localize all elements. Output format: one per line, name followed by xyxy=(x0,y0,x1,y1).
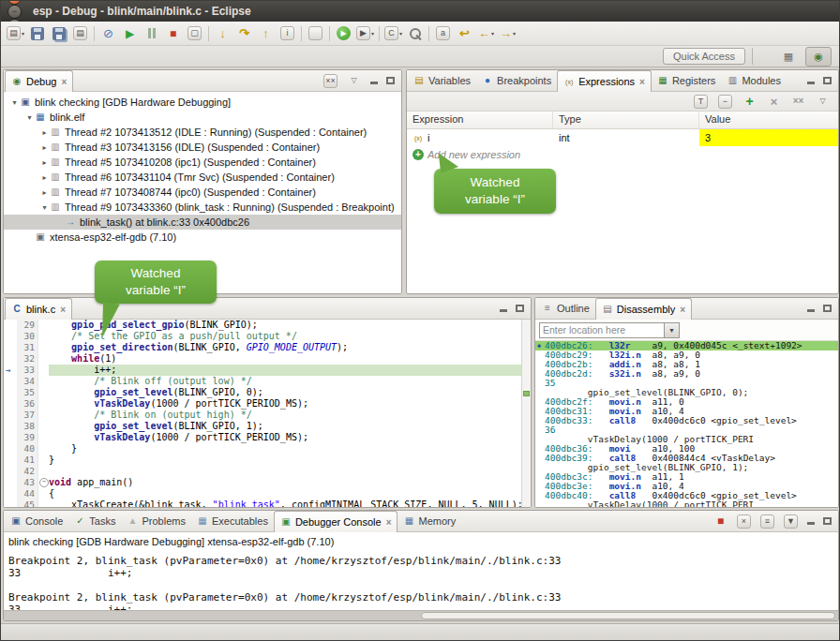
view-menu-icon[interactable]: ▽ xyxy=(812,93,833,110)
console-tab-console[interactable]: ▣Console xyxy=(5,511,68,531)
annotation-ruler[interactable] xyxy=(4,466,17,477)
add-expression-icon[interactable]: + xyxy=(739,93,760,110)
skip-all-breakpoints-icon[interactable]: ⊘ xyxy=(98,22,119,45)
fold-ruler[interactable] xyxy=(38,398,49,410)
debug-tree-row-2[interactable]: ▾▦blink.elf xyxy=(4,110,401,125)
annotation-ruler[interactable] xyxy=(4,421,17,432)
remove-all-terminated-icon[interactable]: ×× xyxy=(320,69,341,92)
close-icon[interactable]: × xyxy=(61,77,67,87)
fold-ruler[interactable] xyxy=(38,499,49,507)
expression-row[interactable]: (x)iint3 xyxy=(407,129,838,146)
fold-ruler[interactable] xyxy=(38,331,49,342)
code-line-32[interactable]: 32 while(1) xyxy=(4,353,531,365)
close-icon[interactable]: × xyxy=(60,305,66,315)
disassembly-row-9[interactable]: 400dbc33: call8 0x400dc6c0 <gpio_set_lev… xyxy=(535,416,838,425)
debug-tree-row-9[interactable]: →blink_task() at blink.c:33 0x400dbc26 xyxy=(4,215,401,230)
code-line-29[interactable]: 29 gpio_pad_select_gpio(BLINK_GPIO); xyxy=(4,320,531,331)
resume-icon[interactable]: ▶ xyxy=(119,22,141,45)
disassembly-row-18[interactable]: vTaskDelay(1000 / portTICK_PERI xyxy=(535,500,838,507)
disassembly-body[interactable]: ◆400dbc26: l32r a9, 0x400d045c <_stext+1… xyxy=(535,341,838,507)
console-tab-tasks[interactable]: ✓Tasks xyxy=(68,511,121,531)
location-combo[interactable]: Enter location here ▼ xyxy=(539,322,680,338)
annotation-ruler[interactable] xyxy=(4,331,17,342)
code-line-39[interactable]: 39 vTaskDelay(1000 / portTICK_PERIOD_MS)… xyxy=(4,432,531,443)
expander-icon[interactable]: ▾ xyxy=(39,203,50,212)
debug-tree-row-3[interactable]: ▸▥Thread #2 1073413512 (IDLE : Running) … xyxy=(4,125,401,140)
minimize-panel-button[interactable] xyxy=(803,302,818,316)
fold-ruler[interactable] xyxy=(38,410,49,421)
overview-ruler[interactable] xyxy=(521,320,531,507)
toggle-mark-occurrences-icon[interactable]: a xyxy=(432,22,454,45)
step-into-icon[interactable]: ↓ xyxy=(212,22,233,45)
close-icon[interactable]: × xyxy=(386,517,392,528)
debug-tree-row-10[interactable]: ▣xtensa-esp32-elf-gdb (7.10) xyxy=(4,230,401,245)
search-icon[interactable] xyxy=(404,22,426,45)
debug-tree-row-7[interactable]: ▸▥Thread #7 1073408744 (ipc0) (Suspended… xyxy=(4,185,401,200)
open-perspective-button[interactable]: ▦ xyxy=(775,47,802,67)
save-icon[interactable] xyxy=(26,22,48,45)
code-line-43[interactable]: 43−void app_main() xyxy=(4,477,531,488)
save-all-icon[interactable] xyxy=(48,22,69,45)
column-header-type[interactable]: Type xyxy=(553,112,699,128)
expander-icon[interactable]: ▸ xyxy=(39,128,50,137)
code-line-30[interactable]: 30 /* Set the GPIO as a push/pull output… xyxy=(4,331,531,342)
quick-access-button[interactable]: Quick Access xyxy=(663,48,745,65)
annotation-ruler[interactable] xyxy=(4,455,17,466)
pin-console-icon[interactable]: ▼ xyxy=(780,510,802,532)
debug-perspective-button[interactable]: ◉ xyxy=(805,47,832,67)
suspend-icon[interactable] xyxy=(141,22,162,45)
debug-tab-debug[interactable]: ◉Debug× xyxy=(5,70,73,92)
terminate-icon[interactable]: ■ xyxy=(162,22,184,45)
remove-expression-icon[interactable]: × xyxy=(763,93,785,110)
minimize-panel-button[interactable] xyxy=(367,74,381,88)
code-line-40[interactable]: 40 } xyxy=(4,443,531,455)
horizontal-scrollbar[interactable] xyxy=(4,610,838,620)
minimize-window-button[interactable]: − xyxy=(8,5,22,19)
new-cpp-wizard-icon[interactable]: C▾ xyxy=(382,22,404,45)
chevron-down-icon[interactable]: ▼ xyxy=(664,323,679,337)
annotation-ruler[interactable] xyxy=(4,376,17,387)
maximize-panel-button[interactable] xyxy=(820,302,834,316)
annotation-ruler[interactable] xyxy=(4,477,17,488)
code-line-41[interactable]: 41} xyxy=(4,455,531,466)
annotation-ruler[interactable] xyxy=(4,499,17,507)
show-type-names-icon[interactable]: T xyxy=(690,93,712,110)
run-icon[interactable]: ▶ xyxy=(333,22,354,45)
editor-tab-blink-c[interactable]: Cblink.c× xyxy=(5,298,72,320)
remove-launch-icon[interactable]: × xyxy=(733,510,755,532)
code-line-33[interactable]: →33 i++; xyxy=(4,365,531,376)
debug-tree-row-8[interactable]: ▾▥Thread #9 1073433360 (blink_task : Run… xyxy=(4,200,401,215)
expander-icon[interactable]: ▸ xyxy=(39,188,50,197)
maximize-panel-button[interactable] xyxy=(383,74,398,88)
code-line-45[interactable]: 45 xTaskCreate(&blink_task, "blink_task"… xyxy=(4,499,531,507)
expander-icon[interactable]: ▾ xyxy=(24,113,35,122)
disassembly-row-4[interactable]: 400dbc2d: s32i.n a8, a9, 0 xyxy=(535,369,838,379)
expander-icon[interactable]: ▸ xyxy=(39,158,50,167)
annotation-ruler[interactable] xyxy=(4,353,17,365)
close-window-button[interactable]: × xyxy=(8,0,22,5)
annotation-ruler[interactable]: → xyxy=(4,365,17,376)
fold-ruler[interactable] xyxy=(38,488,49,499)
titlebar[interactable]: ×−+ esp - Debug - blink/main/blink.c - E… xyxy=(1,1,839,22)
expressions-tab-modules[interactable]: ▥Modules xyxy=(721,70,787,91)
add-expression-row[interactable]: +Add new expression xyxy=(407,146,838,163)
location-input[interactable]: Enter location here xyxy=(540,323,664,337)
annotation-ruler[interactable] xyxy=(4,488,17,499)
fold-ruler[interactable] xyxy=(38,376,49,387)
code-editor[interactable]: 29 gpio_pad_select_gpio(BLINK_GPIO);30 /… xyxy=(4,320,531,507)
fold-ruler[interactable]: − xyxy=(38,477,49,488)
expander-icon[interactable]: ▸ xyxy=(39,173,50,182)
build-icon[interactable] xyxy=(305,22,326,45)
annotation-ruler[interactable] xyxy=(4,410,17,421)
console-tab-problems[interactable]: ▲Problems xyxy=(121,511,190,531)
minimize-panel-button[interactable] xyxy=(496,302,510,316)
console-tab-debugger-console[interactable]: ▣Debugger Console× xyxy=(274,511,398,532)
fold-ruler[interactable] xyxy=(38,353,49,365)
annotation-ruler[interactable] xyxy=(4,398,17,410)
expander-icon[interactable]: ▾ xyxy=(9,98,20,107)
annotation-ruler[interactable] xyxy=(4,342,17,353)
debug-tree-row-6[interactable]: ▸▥Thread #6 1073431104 (Tmr Svc) (Suspen… xyxy=(4,170,401,185)
code-line-31[interactable]: 31 gpio_set_direction(BLINK_GPIO, GPIO_M… xyxy=(4,342,531,353)
maximize-panel-button[interactable] xyxy=(820,74,834,88)
annotation-ruler[interactable] xyxy=(4,443,17,455)
